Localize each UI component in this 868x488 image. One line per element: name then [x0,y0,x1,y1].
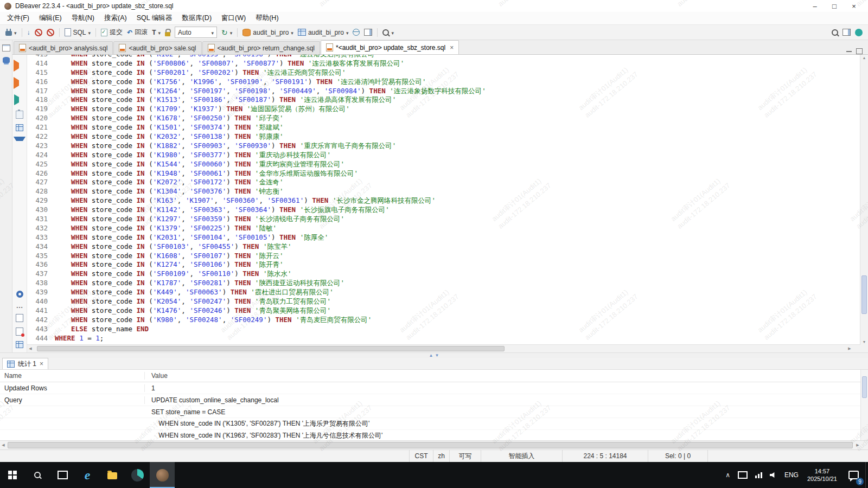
result-row[interactable]: WHEN store_code IN ('K1963', 'SF00283') … [0,430,868,440]
sash-down-icon[interactable] [435,354,439,358]
editor-tab[interactable]: <audit_bi_pro> return_change.sql [202,41,320,54]
grid-button[interactable] [362,27,374,38]
internet-explorer-icon [85,468,91,481]
menu-item[interactable]: 文件(F) [2,12,34,24]
new-connection-button[interactable] [3,27,19,38]
results-vertical-scrollbar[interactable] [860,370,868,440]
ie-button[interactable] [75,462,100,488]
restore-panel-icon[interactable] [2,44,10,52]
scroll-right-icon[interactable] [846,345,853,352]
results-tab-close-icon[interactable] [40,360,43,368]
close-button[interactable]: × [844,2,864,10]
schema-selector[interactable]: audit_bi_pro [296,27,351,38]
transaction-mode-button[interactable] [150,27,163,38]
error-log-icon[interactable] [16,328,23,336]
maximize-editor-icon[interactable] [856,48,863,54]
tray-expand-button[interactable] [722,462,734,488]
perspective-button[interactable] [840,27,853,38]
scroll-up-icon[interactable] [860,55,868,61]
line-number: 427 [28,178,55,187]
taskbar-clock[interactable]: 14:57 2025/10/21 [802,462,842,488]
execute-statement-icon[interactable] [14,60,25,72]
export-icon[interactable] [14,137,25,146]
app-button-1[interactable] [125,462,150,488]
schema-icon [298,29,306,36]
globe-button[interactable] [350,27,362,38]
database-selector[interactable]: audit_bi_pro [240,27,296,38]
result-row[interactable]: WHEN store_code IN ('K1305', 'SF00287') … [0,418,868,430]
tab-close-icon[interactable]: × [450,44,454,52]
volume-button[interactable] [766,462,781,488]
fetch-button[interactable] [25,27,33,38]
taskbar-search-button[interactable] [25,462,50,488]
explain-plan-icon[interactable] [16,111,23,119]
result-row[interactable]: Updated Rows1 [0,382,868,394]
sash-up-icon[interactable] [429,354,433,358]
results-header: Name Value [0,370,868,382]
scroll-right-icon[interactable] [854,441,861,450]
minimize-button[interactable]: – [805,2,825,10]
stop-all-button[interactable] [44,27,56,38]
more-actions-icon[interactable] [16,303,23,309]
network-button[interactable] [751,462,766,488]
transaction-combo[interactable]: Auto [175,27,217,38]
show-desktop-button[interactable] [865,462,868,488]
vertical-scroll-thumb[interactable] [861,275,867,314]
editor-tab[interactable]: <audit_bi_pro> sale.sql [113,41,201,54]
stop-button[interactable] [33,27,44,38]
notification-button[interactable]: 9 [842,462,865,488]
chevron-up-icon [725,471,730,479]
task-view-button[interactable] [50,462,75,488]
editor-tab[interactable]: *<audit_bi_pro> update_sbz_store.sql× [321,40,459,54]
results-horizontal-thumb[interactable] [8,442,853,448]
menu-item[interactable]: 搜索(A) [99,12,132,24]
dbeaver-taskbar-button[interactable] [150,462,175,488]
editor-horizontal-scrollbar[interactable] [27,344,860,352]
editor-tab[interactable]: <audit_bi_pro> analysis.sql [14,41,113,54]
menu-item[interactable]: 导航(N) [67,12,99,24]
line-number: 413 [28,55,55,59]
tray-monitor-button[interactable] [734,462,751,488]
execute-script-icon[interactable] [14,77,25,89]
output-grid-icon[interactable] [16,341,23,348]
quick-search-button[interactable] [829,27,840,38]
scroll-left-icon[interactable] [0,441,7,450]
scroll-left-icon[interactable] [27,345,34,352]
menu-item[interactable]: 数据库(D) [177,12,216,24]
sql-menu-button[interactable]: SQL [62,27,93,38]
lock-button[interactable] [163,27,173,38]
commit-button[interactable]: 提交 [99,27,125,38]
panel-sash[interactable] [0,352,868,358]
execute-new-tab-icon[interactable] [14,94,25,105]
new-script-icon[interactable] [16,314,23,322]
menu-item[interactable]: 编辑(E) [34,12,67,24]
results-tab[interactable]: 统计 1 [2,358,48,369]
maximize-button[interactable]: □ [825,2,844,10]
refresh-button[interactable] [219,27,234,38]
menu-item[interactable]: 窗口(W) [216,12,251,24]
line-number: 421 [28,123,55,132]
statistics-icon[interactable] [16,124,23,131]
start-button[interactable] [0,462,25,488]
explorer-button[interactable] [100,462,125,488]
scroll-down-icon[interactable] [860,339,868,345]
pro-button[interactable] [853,27,865,38]
horizontal-scroll-thumb[interactable] [37,346,505,351]
settings-gear-icon[interactable] [16,291,23,298]
editor-vertical-scrollbar[interactable] [860,55,868,345]
toolbar-separator [377,28,378,37]
menu-item[interactable]: SQL 编辑器 [132,12,177,24]
rollback-button[interactable]: 回滚 [125,27,150,38]
line-number: 425 [28,160,55,169]
language-indicator[interactable]: ENG [781,462,802,488]
database-navigator-icon[interactable] [3,57,10,63]
menu-item[interactable]: 帮助(H) [251,12,283,24]
code-lines[interactable]: 413 WHEN store_code IN ('K162', 'SF00195… [27,55,860,345]
result-row[interactable]: SET store_name = CASE [0,406,868,418]
results-horizontal-scrollbar[interactable] [0,440,868,450]
minimize-editor-icon[interactable] [846,51,852,52]
result-row[interactable]: QueryUPDATE custom_online_sale_change_lo… [0,394,868,406]
line-number: 430 [28,206,55,215]
results-scroll-thumb[interactable] [862,376,867,398]
search-button[interactable] [380,27,396,38]
